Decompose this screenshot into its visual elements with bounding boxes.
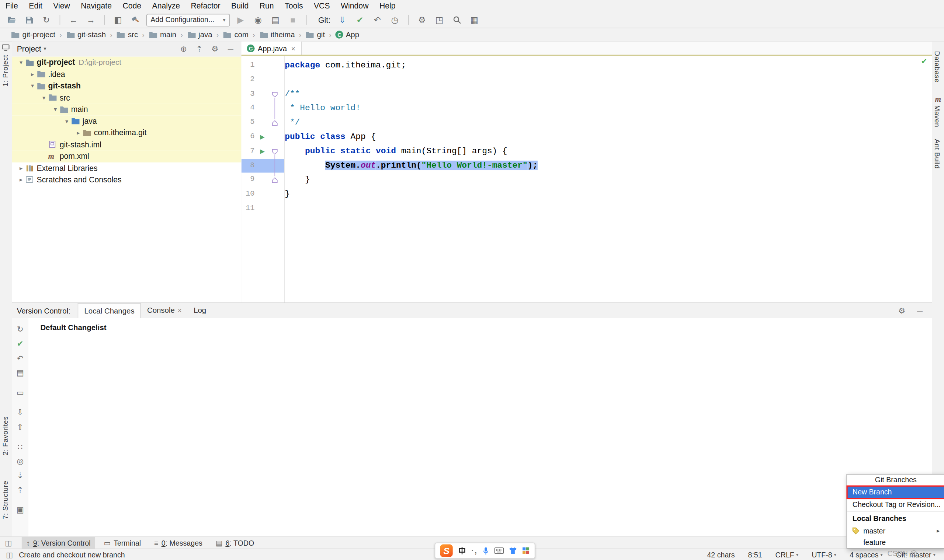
coverage-icon[interactable]: ◉ — [251, 13, 265, 26]
toolwindow-toggle-icon[interactable]: ◫ — [3, 539, 15, 548]
menu-item-navigate[interactable]: Navigate — [76, 0, 117, 12]
breadcrumb-src[interactable]: src — [116, 30, 139, 39]
tree-item-git-stash-iml[interactable]: git-stash.iml — [12, 138, 242, 150]
toolwindow-stripe-project[interactable]: 1: Project — [2, 55, 9, 86]
tree-item-main[interactable]: ▾main — [12, 103, 242, 115]
group-by-icon[interactable]: ∷ — [14, 440, 26, 452]
save-all-icon[interactable] — [22, 13, 35, 26]
code-line-5[interactable]: */ — [285, 116, 932, 130]
menu-item-run[interactable]: Run — [254, 0, 279, 12]
run-icon[interactable]: ▶ — [234, 13, 247, 26]
chevron-right-icon[interactable]: ▸ — [74, 129, 83, 136]
popup-item-new-branch[interactable]: New Branch — [847, 486, 944, 498]
default-changelist-item[interactable]: Default Changelist — [40, 323, 932, 332]
tree-item-git-project[interactable]: ▾git-projectD:\git-project — [12, 56, 242, 68]
code-line-8[interactable]: System.out.println("Hello World!-master"… — [285, 158, 932, 173]
search-everywhere-icon[interactable] — [450, 13, 464, 26]
chevron-right-icon[interactable]: ▸ — [17, 165, 25, 171]
menu-item-view[interactable]: View — [48, 0, 76, 12]
toolwindow-button-9-version-control[interactable]: ↕9: Version Control — [22, 537, 96, 549]
chevron-right-icon[interactable]: ▸ — [17, 177, 25, 183]
history-icon[interactable]: ◷ — [388, 13, 401, 26]
breadcrumb-itheima[interactable]: itheima — [258, 30, 296, 39]
tree-item-git-stash[interactable]: ▾git-stash — [12, 80, 242, 92]
inspections-ok-icon[interactable]: ✔ — [921, 57, 927, 66]
open-project-icon[interactable] — [5, 13, 18, 26]
status-widget-crlf[interactable]: CRLF▾ — [776, 551, 799, 559]
toolwindow-button-0-messages[interactable]: ≡0: Messages — [150, 537, 207, 549]
toolwindow-stripe-favorites[interactable]: 2: Favorites — [2, 416, 9, 455]
breadcrumb-git-project[interactable]: git-project — [9, 30, 56, 39]
breadcrumb-git[interactable]: git — [304, 30, 326, 39]
menu-item-code[interactable]: Code — [117, 0, 147, 12]
vcs-tab-local-changes[interactable]: Local Changes — [78, 303, 141, 318]
tree-item-idea[interactable]: ▸.idea — [12, 68, 242, 80]
code-line-11[interactable] — [285, 202, 932, 216]
back-icon[interactable]: ← — [67, 13, 80, 26]
chevron-down-icon[interactable]: ▾ — [51, 106, 60, 113]
toolwindow-button-6-todo[interactable]: ▤6: TODO — [211, 537, 259, 549]
chevron-down-icon[interactable]: ▾ — [28, 83, 37, 89]
commit-icon[interactable]: ✔ — [14, 337, 26, 350]
menu-item-analyze[interactable]: Analyze — [147, 0, 185, 12]
menu-item-refactor[interactable]: Refactor — [185, 0, 226, 12]
code-line-9[interactable]: } — [285, 173, 932, 187]
tab-close-icon[interactable]: × — [178, 307, 182, 314]
toolwindow-stripe-ant-build[interactable]: Ant Build — [934, 139, 941, 169]
commit-icon[interactable]: ✔ — [353, 13, 367, 26]
hide-panel-icon[interactable]: ─ — [225, 43, 237, 55]
rollback-icon[interactable]: ↶ — [14, 352, 26, 364]
tree-item-pom-xml[interactable]: mpom.xml — [12, 150, 242, 162]
menu-item-tools[interactable]: Tools — [279, 0, 308, 12]
structure-view-icon[interactable]: ▦ — [467, 13, 481, 26]
minimize-icon[interactable]: ─ — [914, 305, 926, 317]
code-line-2[interactable] — [285, 72, 932, 87]
keyboard-icon[interactable] — [494, 548, 504, 554]
preview-icon[interactable]: ◎ — [14, 455, 26, 467]
toolbox-icon[interactable] — [522, 547, 529, 554]
fold-end-icon[interactable] — [271, 177, 278, 185]
collapse-all-icon[interactable]: ⇡ — [14, 484, 26, 496]
code-line-1[interactable]: package com.itheima.git; — [285, 58, 932, 72]
code-line-7[interactable]: public static void main(String[] args) { — [285, 144, 932, 158]
settings-icon[interactable]: ⚙ — [896, 305, 908, 317]
chevron-down-icon[interactable]: ▾ — [43, 46, 46, 52]
punctuation-icon[interactable]: ·, — [471, 546, 477, 555]
tree-item-java[interactable]: ▾java — [12, 115, 242, 127]
layout-icon[interactable]: ◧ — [111, 13, 125, 26]
expand-all-icon[interactable]: ⇣ — [14, 469, 26, 481]
sogou-logo[interactable]: S — [440, 545, 452, 557]
chinese-mode-icon[interactable] — [458, 546, 466, 555]
tree-item-com-itheima-git[interactable]: ▸com.itheima.git — [12, 127, 242, 138]
project-panel-title[interactable]: Project — [17, 44, 41, 53]
code-line-4[interactable]: * Hello world! — [285, 101, 932, 116]
breadcrumb-main[interactable]: main — [148, 30, 178, 39]
status-widget-42-chars[interactable]: 42 chars — [707, 551, 734, 559]
breadcrumb-java[interactable]: java — [186, 30, 213, 39]
code-line-10[interactable]: } — [285, 187, 932, 202]
settings-icon[interactable]: ⚙ — [209, 43, 221, 55]
menu-item-build[interactable]: Build — [226, 0, 254, 12]
popup-branch-master[interactable]: master▸ — [847, 525, 944, 537]
stop-icon[interactable]: ■ — [286, 13, 299, 26]
editor[interactable]: 123456▶7▶891011 package com.itheima.git;… — [242, 56, 932, 303]
status-widget-utf-8[interactable]: UTF-8▾ — [811, 551, 836, 559]
popup-item-checkout-tag-or-revision[interactable]: Checkout Tag or Revision... — [847, 498, 944, 511]
statusbar-toolwindow-icon[interactable]: ◫ — [6, 551, 13, 559]
toolwindow-stripe-maven[interactable]: Maven — [934, 105, 941, 128]
status-widget-4-spaces[interactable]: 4 spaces▾ — [850, 551, 883, 559]
show-diff-icon[interactable]: ▤ — [14, 366, 26, 378]
unshelve-icon[interactable]: ⇧ — [14, 420, 26, 432]
breadcrumb-git-stash[interactable]: git-stash — [65, 30, 107, 39]
tree-item-src[interactable]: ▾src — [12, 92, 242, 103]
menu-item-file[interactable]: File — [0, 0, 23, 12]
sync-icon[interactable]: ↻ — [40, 13, 53, 26]
settings-wrench-icon[interactable]: ⚙ — [415, 13, 429, 26]
toolwindow-button-terminal[interactable]: ▭Terminal — [99, 537, 146, 549]
run-configuration-combo[interactable]: Add Configuration...▾ — [147, 14, 230, 26]
show-in-explorer-icon[interactable]: ◳ — [433, 13, 446, 26]
run-line-icon[interactable]: ▶ — [260, 130, 265, 145]
menu-item-help[interactable]: Help — [374, 0, 401, 12]
status-widget-8-51[interactable]: 8:51 — [748, 551, 762, 559]
menu-item-window[interactable]: Window — [335, 0, 374, 12]
